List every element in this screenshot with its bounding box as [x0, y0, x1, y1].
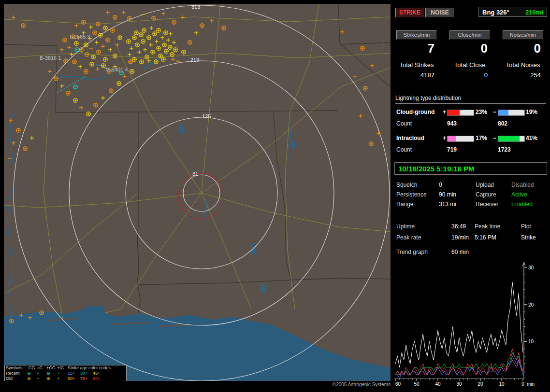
- close-per-min-button[interactable]: Close/min: [449, 30, 490, 40]
- close-alarm-circle: [178, 173, 224, 219]
- trend-x-unit-label: min: [527, 381, 535, 387]
- strike-symbol: [181, 15, 185, 19]
- strike-symbol: [172, 20, 176, 24]
- cloud-ground-label: Cloud-ground: [396, 109, 434, 115]
- strike-symbol: [161, 57, 165, 61]
- total-close-label: Total Close: [449, 61, 490, 69]
- strike-symbol: [122, 11, 126, 14]
- trend-y-tick-label: 10: [528, 339, 534, 344]
- trend-x-tick-label: 60: [395, 381, 401, 387]
- strike-symbol: [60, 48, 64, 52]
- map-canvas[interactable]: 31125219313T-2565 3B-3816 1M-5401 4: [4, 4, 391, 381]
- strike-symbol: [370, 64, 374, 68]
- map-legend: Symbols-CG-IC+CG+ICStrike age color code…: [4, 365, 127, 381]
- legend-text: −: [37, 376, 46, 381]
- status-row: Uptime 36:49 Peak time Plot: [392, 223, 550, 231]
- strike-symbol: [132, 36, 136, 40]
- cg-minus-pct: 19%: [526, 109, 537, 115]
- upload-label: Upload: [476, 182, 494, 188]
- strike-symbol: [79, 106, 83, 110]
- strike-symbol: [72, 60, 76, 64]
- upload-status: Disabled: [511, 182, 534, 188]
- stat-col-strikes: Strikes/min 7 Total Strikes 4187: [396, 30, 437, 79]
- intracloud-count-row: Count 719 1723: [392, 146, 550, 154]
- strike-symbol: [108, 48, 112, 52]
- strike-symbol: [151, 50, 155, 54]
- cg-plus-pct: 23%: [476, 109, 487, 115]
- settings-row: Squelch 0 Upload Disabled: [392, 182, 550, 189]
- trend-graph-window: 60 min: [451, 249, 469, 255]
- strike-symbol: [12, 141, 15, 145]
- strike-symbol: [106, 11, 110, 14]
- lake: [261, 284, 266, 294]
- strike-symbol: [118, 36, 122, 40]
- strike-symbol: [90, 62, 94, 66]
- strike-symbol: [145, 55, 149, 59]
- plus-sign: +: [443, 135, 446, 141]
- noises-per-min-button[interactable]: Noises/min: [503, 30, 543, 40]
- legend-text: ⊖: [27, 371, 37, 376]
- strike-symbol: [363, 86, 367, 90]
- strike-symbol: [160, 36, 164, 40]
- close-per-min-value: 0: [449, 41, 490, 56]
- control-panel: STRIKE NOISE Bng 326° 216mi Strikes/min …: [392, 0, 550, 392]
- strike-symbol: [157, 46, 160, 50]
- strike-symbol: [60, 84, 64, 88]
- strike-symbol: [84, 70, 88, 73]
- trend-x-tick-label: 50: [414, 381, 420, 387]
- legend-text: 60+: [68, 376, 80, 381]
- ic-plus-pct: 17%: [476, 135, 487, 141]
- legend-text: -CG: [27, 365, 37, 371]
- strike-symbol: [157, 28, 160, 32]
- strike-symbol: [132, 57, 136, 61]
- strike-symbol: [12, 15, 15, 19]
- strike-symbol: [137, 50, 141, 54]
- uptime-value: 36:49: [451, 223, 466, 230]
- strike-symbol: [101, 96, 105, 100]
- trend-y-tick-label: 20: [528, 302, 534, 308]
- strike-symbol: [67, 45, 71, 49]
- lightning-map: 31125219313T-2565 3B-3816 1M-5401 4 Symb…: [4, 4, 391, 381]
- strike-symbol: [200, 24, 204, 28]
- storm-cell-label: B-3816 1: [40, 55, 61, 61]
- bearing-value: Bng 326°: [482, 7, 509, 16]
- legend-text: 15+: [68, 371, 80, 376]
- legend-text: 45+: [93, 371, 105, 376]
- mobile-bay: [86, 306, 104, 324]
- count-label: Count: [396, 120, 412, 127]
- strike-symbol: [94, 103, 98, 107]
- strike-symbol: [73, 85, 77, 89]
- storm-track: [57, 76, 86, 93]
- strike-symbol: [23, 147, 27, 151]
- strikes-per-min-button[interactable]: Strikes/min: [396, 30, 437, 40]
- strike-symbol: [134, 31, 138, 35]
- peak-time-value: 5:16 PM: [475, 234, 496, 241]
- capture-label: Capture: [476, 191, 496, 198]
- minus-sign: −: [493, 135, 496, 141]
- strike-mode-button[interactable]: STRIKE: [395, 8, 424, 17]
- cg-plus-count: 943: [447, 120, 457, 127]
- trend-series-Total: [395, 282, 523, 367]
- cg-minus-count: 802: [498, 120, 507, 127]
- noise-mode-button[interactable]: NOISE: [425, 8, 454, 17]
- strike-symbol: [73, 98, 77, 102]
- total-noises-label: Total Noises: [503, 61, 543, 69]
- strike-symbol: [140, 60, 144, 64]
- strike-symbol: [376, 131, 380, 135]
- range-label: Range: [396, 201, 413, 208]
- trend-x-tick-label: 30: [456, 381, 462, 387]
- strike-symbol: [78, 65, 82, 69]
- strike-symbol: [194, 31, 198, 35]
- persistence-label: Persistence: [396, 191, 427, 198]
- lake: [291, 140, 295, 149]
- legend-rows: Recent⊖−⊕+15+30+45+Old⊖−⊕+60+75+90+: [6, 371, 125, 381]
- settings-row: Range 313 mi Receiver Enabled: [392, 201, 550, 209]
- strike-symbol: [359, 114, 362, 118]
- storm-cell-label: M-5401 4: [105, 67, 128, 72]
- strike-symbol: [103, 26, 107, 30]
- strike-symbol: [123, 74, 127, 78]
- strike-symbol: [127, 40, 130, 43]
- strike-symbol: [128, 53, 131, 56]
- cg-minus-bar: [498, 110, 525, 116]
- legend-text: Strike age color codes: [68, 365, 111, 371]
